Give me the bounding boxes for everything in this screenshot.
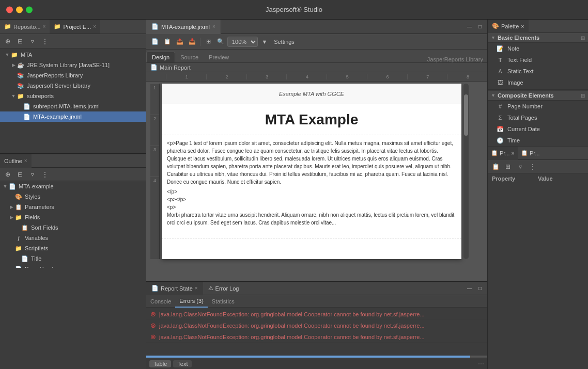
top-sidebar-panel: 📁 Reposito... × 📁 Project E... × ⊕ ⊟ ▿ ⋮ [0,20,146,154]
error-item-2: ⊗ java.lang.ClassNotFoundException: org.… [146,320,487,331]
outline-tab[interactable]: Outline × [0,154,32,168]
palette-item-current-date[interactable]: 📅 Current Date [488,123,588,135]
repo-close[interactable]: × [43,24,46,29]
outline-new-btn[interactable]: ⊕ [2,169,13,180]
props-btn-2[interactable]: ⊞ [502,161,514,172]
editor-tab-close-btn[interactable]: × [212,24,215,29]
tree-root-mta[interactable]: ▼ 📁 MTA [0,50,146,60]
ruler-v-mark-4: 4 [150,177,159,207]
palette-item-note[interactable]: 📝 Note [488,43,588,54]
tab-project-explorer[interactable]: 📁 Project E... × [50,20,100,34]
canvas-wrapper[interactable]: 1 2 3 4 5 6 7 8 1 2 3 4 [146,72,487,281]
props-tab-1[interactable]: 📋 Pr... × [488,147,518,160]
props-tab-2[interactable]: 📋 Pr... [518,147,543,160]
canvas-scrollbar[interactable] [463,84,469,259]
palette-item-static-text[interactable]: A Static Text [488,66,588,77]
outline-filter-btn[interactable]: ▿ [27,169,38,180]
new-btn[interactable]: ⊕ [2,36,13,47]
traffic-light-green[interactable] [26,6,33,13]
palette-item-total-pages[interactable]: Σ Total Pages [488,112,588,123]
bottom-panel: 📄 Report State × ⚠ Error Log — □ [146,281,487,369]
outline-more-btn[interactable]: ⋮ [39,169,51,180]
table-label: Table [153,361,167,367]
tree-item-subreports[interactable]: ▼ 📁 subreports [0,91,146,101]
tab-repositories[interactable]: 📁 Reposito... × [0,20,50,34]
footer-tab-text[interactable]: Text [173,360,192,367]
outline-fields[interactable]: ▶ 📁 Fields [0,212,146,222]
tab-source[interactable]: Source [175,52,204,62]
palette-close[interactable]: × [521,23,524,29]
bottom-minimize-btn[interactable]: — [466,284,474,293]
page-header-icon: 📄 [14,265,23,268]
props-more-btn[interactable]: ⋮ [527,161,538,172]
footer-tab-table[interactable]: Table [149,360,171,367]
variables-icon: ƒ [14,234,23,242]
outline-close[interactable]: × [24,158,27,164]
filter-btn[interactable]: ▿ [27,36,38,47]
tab-preview[interactable]: Preview [204,52,234,62]
traffic-light-red[interactable] [6,6,13,13]
jasperlib-label: JasperReports Library [27,72,83,78]
palette-item-image[interactable]: 🖼 Image [488,77,588,88]
outline-sort-fields[interactable]: 📋 Sort Fields [0,222,146,233]
maximize-editor-btn[interactable]: □ [476,23,484,31]
palette-item-page-number[interactable]: # Page Number [488,101,588,112]
tree-item-jaspersoft-lib[interactable]: 📚 Jaspersoft Server Library [0,81,146,91]
tree-item-subreport-mta[interactable]: 📄 subreport-MTA-items.jrxml [0,101,146,111]
zoom-dropdown-btn[interactable]: ▼ [259,36,270,47]
tree-item-jre[interactable]: ▶ ☕ JRE System Library [JavaSE-11] [0,60,146,70]
zoom-select[interactable]: 50%75%100%125%150%200% [227,37,258,47]
tree-item-jasper-lib[interactable]: 📚 JasperReports Library [0,70,146,81]
project-close[interactable]: × [93,24,96,29]
bottom-maximize-btn[interactable]: □ [476,284,484,293]
sub-tab-console[interactable]: Console [146,295,175,308]
outline-scriptlets[interactable]: 📁 Scriptlets [0,243,146,253]
outline-collapse-btn[interactable]: ⊟ [14,169,26,180]
traffic-light-yellow[interactable] [16,6,23,13]
editor-tab-active[interactable]: 📄 MTA-example.jrxml × [146,20,221,34]
props-close-1[interactable]: × [512,150,515,156]
collapse-btn[interactable]: ⊟ [14,36,26,47]
outline-variables[interactable]: ƒ Variables [0,233,146,243]
settings-btn[interactable]: Settings [271,36,297,47]
palette-basic-items: 📝 Note T Text Field A Static Text 🖼 Imag… [488,43,588,88]
fields-icon: 📁 [14,213,23,221]
more-btn[interactable]: ⋮ [39,36,51,47]
tab-report-state[interactable]: 📄 Report State × [146,282,203,295]
detail-text-3: <p></p> [167,196,456,203]
error-log-label: Error Log [215,285,239,292]
palette-composite-header[interactable]: ▼ Composite Elements ⊞ [488,91,588,101]
toolbar-btn-4[interactable]: 📥 [187,36,198,47]
mta-icon: 📁 [10,51,19,59]
tree-item-mta-example[interactable]: 📄 MTA-example.jrxml [0,111,146,122]
report-state-icon: 📄 [151,285,159,292]
toolbar-btn-1[interactable]: 📄 [149,36,161,47]
tab-error-log[interactable]: ⚠ Error Log [203,282,244,295]
palette-basic-header[interactable]: ▼ Basic Elements ⊞ [488,33,588,43]
palette-tab[interactable]: 🎨 Palette × [488,20,529,33]
minimize-editor-btn[interactable]: — [466,23,474,31]
sub-tab-errors[interactable]: Errors (3) [175,295,207,308]
statistics-label: Statistics [212,298,235,304]
palette-item-text-field[interactable]: T Text Field [488,54,588,66]
props-icon-2: 📋 [521,150,528,156]
palette-item-time[interactable]: 🕐 Time [488,135,588,146]
outline-styles[interactable]: 🎨 Styles [0,191,146,202]
toolbar-btn-align[interactable]: ⊞ [203,36,214,47]
outline-root[interactable]: ▼ 📄 MTA-example [0,181,146,191]
props-btn-1[interactable]: 📋 [490,161,501,172]
outline-page-header[interactable]: 📄 Page Header [0,264,146,268]
ruler-mark-1: 1 [166,74,206,79]
toolbar-btn-2[interactable]: 📋 [162,36,173,47]
sub-tab-statistics[interactable]: Statistics [208,295,239,308]
current-date-icon: 📅 [496,125,504,133]
repo-icon: 📁 [4,23,11,30]
props-filter-btn[interactable]: ▿ [515,161,526,172]
outline-parameters[interactable]: ▶ 📋 Parameters [0,202,146,212]
report-state-close[interactable]: × [195,285,198,291]
toolbar-btn-3[interactable]: 📤 [174,36,185,47]
canvas-body: 1 2 3 4 Example MTA with GGCE MTA Exampl… [146,82,487,261]
outline-title[interactable]: 📄 Title [0,253,146,264]
toolbar-btn-zoom-out[interactable]: 🔍 [215,36,226,47]
tab-design[interactable]: Design [146,52,175,62]
